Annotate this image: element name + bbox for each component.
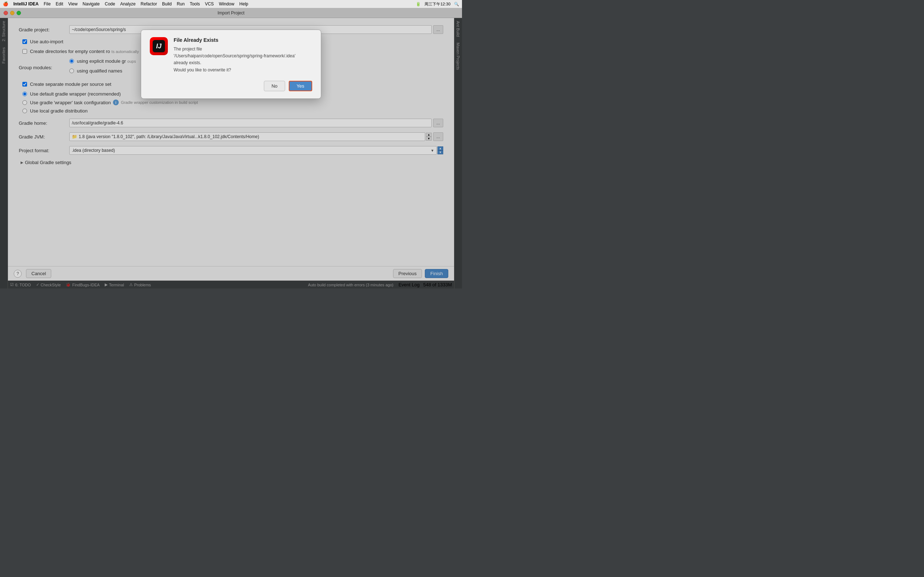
menu-vcs[interactable]: VCS (205, 2, 214, 6)
menu-refactor[interactable]: Refactor (141, 2, 157, 6)
menu-tools[interactable]: Tools (190, 2, 200, 6)
menu-code[interactable]: Code (105, 2, 115, 6)
menu-window[interactable]: Window (219, 2, 234, 6)
modal-title: File Already Exists (174, 37, 312, 43)
modal-body-line4: Would you like to overwrite it? (174, 68, 231, 73)
menu-file[interactable]: File (44, 2, 50, 6)
main-window: Import Project 2: Structure Favorites Gr… (0, 8, 462, 288)
menubar: 🍎 IntelliJ IDEA File Edit View Navigate … (0, 0, 462, 8)
menu-analyze[interactable]: Analyze (120, 2, 136, 6)
modal-header: IJ File Already Exists The project file … (150, 37, 312, 74)
menu-navigate[interactable]: Navigate (82, 2, 100, 6)
menu-view[interactable]: View (68, 2, 78, 6)
modal-body-line2: '/Users/haipan/code/openSource/spring/sp… (174, 53, 295, 58)
modal-dialog: IJ File Already Exists The project file … (141, 29, 321, 99)
menu-run[interactable]: Run (177, 2, 185, 6)
menu-help[interactable]: Help (239, 2, 248, 6)
intellij-icon: IJ (153, 40, 165, 52)
modal-app-icon: IJ (150, 37, 168, 55)
clock: 周三下午12:30 (425, 2, 451, 7)
menu-app-name[interactable]: IntelliJ IDEA (13, 2, 39, 6)
menu-build[interactable]: Build (162, 2, 172, 6)
menu-edit[interactable]: Edit (56, 2, 63, 6)
modal-body-line3: already exists. (174, 60, 201, 65)
battery-icon: 🔋 (416, 2, 421, 6)
search-icon[interactable]: 🔍 (454, 2, 459, 6)
modal-buttons: No Yes (150, 81, 312, 91)
modal-body-line1: The project file (174, 47, 202, 52)
modal-yes-button[interactable]: Yes (289, 81, 312, 91)
modal-text-area: File Already Exists The project file '/U… (174, 37, 312, 74)
modal-body: The project file '/Users/haipan/code/ope… (174, 46, 312, 74)
modal-overlay: IJ File Already Exists The project file … (0, 8, 462, 288)
modal-no-button[interactable]: No (264, 81, 285, 91)
apple-menu[interactable]: 🍎 (3, 2, 8, 6)
